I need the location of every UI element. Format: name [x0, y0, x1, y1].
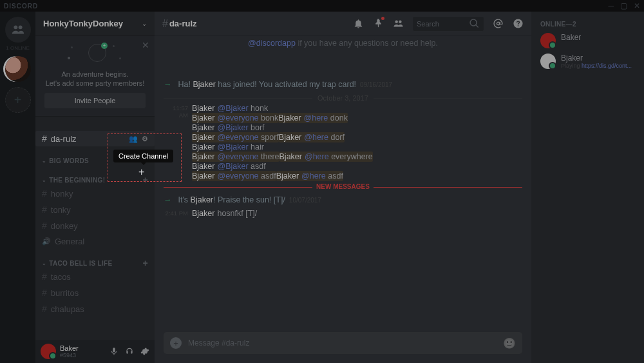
svg-point-3	[399, 20, 402, 23]
invite-card: ✕ An adventure begins.Let's add some par…	[35, 36, 155, 117]
speaker-icon: 🔊	[42, 237, 51, 246]
self-username: Baker	[60, 344, 109, 352]
message-line: Bjaker@here everywhere	[279, 152, 373, 162]
member-avatar	[540, 33, 556, 48]
home-button[interactable]	[5, 17, 31, 43]
system-message: → It's Bjaker! Praise the sun! [T]/ 10/0…	[164, 193, 522, 207]
composer-placeholder: Message #da-rulz	[188, 338, 503, 348]
search-icon	[469, 18, 480, 29]
message-line: Bjaker@everyone there	[192, 152, 279, 162]
window-maximize-icon[interactable]: ▢	[620, 1, 627, 10]
message-line: Bjaker@here donk	[278, 113, 348, 123]
group-timestamp: 2:41 PM	[164, 208, 192, 219]
channel-name-label: da-rulz	[169, 19, 197, 28]
server-header[interactable]: HonkyTonkyDonkey ⌄	[35, 12, 155, 36]
hash-icon: #	[42, 188, 47, 199]
self-names: Baker #5943	[60, 344, 109, 358]
mentions-icon[interactable]	[493, 18, 504, 29]
member-list: ONLINE—2 Baker Bjaker Playing https://di…	[531, 12, 644, 363]
search-input[interactable]: Search	[413, 17, 484, 31]
brand-label: DISCORD	[4, 3, 601, 10]
message-list: @discordapp if you have any questions or…	[155, 36, 531, 326]
channel-label: da-rulz	[51, 134, 77, 144]
category-header[interactable]: ⌄ TACO BELL IS LIFE +	[35, 258, 155, 268]
message-line: Bjaker@Bjaker honk	[192, 103, 522, 113]
channels-column: HonkyTonkyDonkey ⌄ ✕ An adventure begins…	[35, 12, 155, 363]
guild-honky[interactable]	[5, 56, 31, 82]
pinned-icon[interactable]	[373, 17, 384, 30]
add-guild-button[interactable]: +	[5, 87, 31, 113]
edit-channel-icon[interactable]: ⚙	[142, 135, 148, 143]
hash-icon: #	[42, 288, 47, 298]
category-the-beginning: ⌄ THE BEGINNING! + #honky #tonky #donkey…	[35, 175, 155, 249]
join-arrow-icon: →	[164, 195, 172, 204]
category-header[interactable]: ⌄ THE BEGINNING! +	[35, 175, 155, 185]
window-titlebar: DISCORD ─ ▢ ✕	[0, 0, 644, 12]
timestamp: 09/16/2017	[360, 81, 392, 88]
deafen-icon[interactable]	[125, 347, 134, 356]
date-divider: October 3, 2017	[164, 94, 522, 102]
guild-rail: 1 ONLINE +	[0, 12, 35, 363]
svg-point-0	[14, 25, 17, 29]
message-line: Bjaker@here dorf	[279, 132, 345, 142]
hash-icon: #	[162, 18, 168, 30]
attach-icon[interactable]: +	[170, 337, 182, 349]
message-line: Bjaker@everyone sporf	[192, 132, 279, 142]
window-minimize-icon[interactable]: ─	[608, 1, 614, 10]
channel-item[interactable]: #chalupas	[35, 301, 155, 317]
help-icon[interactable]	[513, 18, 524, 29]
group-body: Bjaker@Bjaker honkBjaker@everyone bonkBj…	[192, 103, 522, 181]
chat-column: # da-rulz Search @discordapp if you ha	[155, 12, 531, 363]
member-row[interactable]: Bjaker Playing https://dis.gd/cont...	[536, 51, 639, 72]
hash-icon: #	[42, 204, 47, 215]
chevron-down-icon: ⌄	[142, 20, 147, 27]
channel-item[interactable]: #burritos	[35, 285, 155, 300]
channel-da-rulz[interactable]: # da-rulz 👥 ⚙	[35, 131, 155, 146]
member-section-header: ONLINE—2	[536, 18, 639, 30]
main-row: 1 ONLINE + HonkyTonkyDonkey ⌄ ✕	[0, 12, 644, 363]
invite-people-button[interactable]: Invite People	[44, 93, 146, 108]
discord-link[interactable]: @discordapp	[248, 39, 296, 48]
members-icon[interactable]	[393, 18, 404, 29]
collapse-icon: ⌄	[42, 260, 46, 266]
channel-item[interactable]: #donkey	[35, 218, 155, 233]
header-tools: Search	[353, 17, 524, 31]
hash-icon: #	[42, 304, 47, 314]
channel-header: # da-rulz Search	[155, 12, 531, 36]
emoji-picker-icon[interactable]: 🙂	[503, 337, 516, 349]
settings-icon[interactable]	[140, 347, 149, 356]
channel-item[interactable]: #tonky	[35, 202, 155, 217]
search-placeholder: Search	[417, 20, 469, 28]
create-invite-icon[interactable]: 👥	[129, 135, 138, 143]
message-composer[interactable]: + Message #da-rulz 🙂	[164, 332, 522, 354]
invite-text: An adventure begins.Let's add some party…	[42, 70, 148, 88]
hash-icon: #	[42, 271, 47, 282]
collapse-icon: ⌄	[42, 177, 46, 183]
invite-art	[42, 43, 148, 66]
channel-tools: 👥 ⚙	[129, 135, 148, 143]
join-arrow-icon: →	[164, 80, 172, 89]
svg-point-2	[395, 20, 398, 23]
self-discriminator: #5943	[60, 352, 109, 358]
member-row[interactable]: Baker	[536, 30, 639, 51]
bell-icon[interactable]	[353, 18, 364, 29]
collapse-icon: ⌄	[42, 158, 46, 164]
self-avatar[interactable]	[41, 344, 56, 359]
channel-item[interactable]: 🔊General	[35, 234, 155, 249]
group-timestamp: 11:57 AM	[164, 103, 192, 181]
create-channel-plus-icon[interactable]: +	[138, 166, 144, 178]
window-close-icon[interactable]: ✕	[634, 1, 640, 10]
hash-icon: #	[42, 221, 47, 231]
channel-item[interactable]: #honky	[35, 186, 155, 201]
message-line: Bjaker@Bjaker asdf	[192, 161, 522, 172]
message-line: Bjaker@everyone asdf	[192, 171, 276, 181]
add-channel-icon[interactable]: +	[143, 258, 148, 268]
member-avatar	[540, 54, 556, 69]
hash-icon: #	[42, 133, 47, 144]
new-messages-divider: NEW MESSAGES	[164, 183, 522, 190]
channel-item[interactable]: #tacos	[35, 269, 155, 284]
mute-icon[interactable]	[109, 347, 118, 356]
member-status: Playing https://dis.gd/cont...	[561, 63, 632, 69]
system-message: → Ha! Bjaker has joined! You activated m…	[164, 77, 522, 92]
welcome-text: @discordapp if you have any questions or…	[164, 36, 522, 77]
